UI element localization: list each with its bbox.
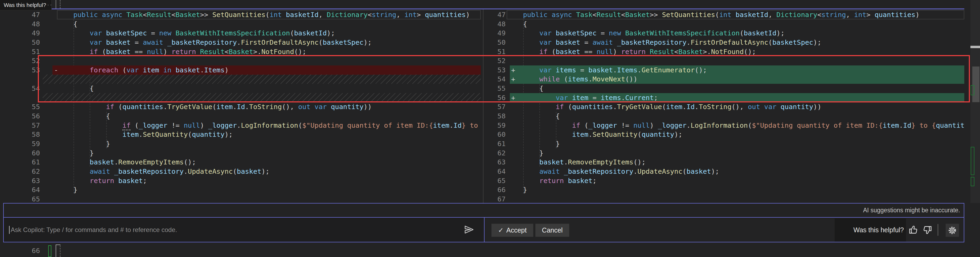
line-number: 67 [485, 195, 506, 204]
code-text: } [507, 148, 543, 158]
code-text: await _basketRepository.UpdateAsync(bask… [507, 167, 719, 176]
code-line[interactable]: 59 } [0, 139, 481, 148]
code-line[interactable]: 49 var basketSpec = new BasketWithItemsS… [485, 29, 964, 38]
cancel-label: Cancel [542, 227, 563, 234]
code-text: if (_logger != null) _logger.LogInformat… [57, 121, 481, 130]
code-line[interactable]: 55 if (quantities.TryGetValue(item.Id.To… [0, 102, 481, 111]
code-line[interactable]: 62 await _basketRepository.UpdateAsync(b… [0, 167, 481, 176]
code-text: { [507, 84, 543, 93]
thumbs-down-icon[interactable] [50, 2, 51, 8]
code-line[interactable] [0, 75, 481, 84]
code-line[interactable]: 57 if (quantities.TryGetValue(item.Id.To… [485, 102, 964, 111]
code-line[interactable]: 62 } [485, 148, 964, 158]
widget-edge-line [56, 244, 56, 257]
code-line[interactable]: 47 public async Task<Result<Basket>> Set… [0, 10, 481, 19]
toolbar-separator [938, 224, 938, 236]
line-number: 52 [0, 56, 40, 65]
code-line[interactable]: 49 var basketSpec = new BasketWithItemsS… [0, 29, 481, 38]
code-line[interactable]: 54+ while (items.MoveNext()) [485, 75, 964, 84]
accept-label: Accept [506, 227, 527, 234]
scrollbar-thumb[interactable] [972, 67, 980, 102]
code-text: } [507, 139, 560, 148]
code-line[interactable]: 58 { [485, 111, 964, 121]
code-line[interactable]: 55 { [485, 84, 964, 93]
code-text: } [507, 185, 527, 195]
code-line[interactable]: 50 var basket = await _basketRepository.… [485, 38, 964, 47]
code-line[interactable]: 54 { [0, 84, 481, 93]
line-number: 48 [0, 19, 40, 29]
code-line[interactable]: 63 return basket; [0, 176, 481, 186]
widget-edge-line [56, 244, 60, 245]
code-line[interactable]: 52 [0, 56, 481, 65]
code-line[interactable]: 58 item.SetQuantity(quantity); [0, 130, 481, 139]
diff-filler-hatch [43, 93, 481, 102]
line-number: 47 [0, 10, 40, 19]
thumbs-up-icon[interactable] [48, 2, 49, 8]
widget-actions: ✓ Accept Cancel Was this helpful? [485, 217, 964, 242]
code-text: foreach (var item in basket.Items) [57, 65, 229, 75]
code-line[interactable]: 61 basket.RemoveEmptyItems(); [0, 157, 481, 167]
code-line[interactable]: 50 var basket = await _basketRepository.… [0, 38, 481, 47]
overview-added-marker [971, 177, 974, 186]
code-text: if (basket == null) return Result<Basket… [507, 47, 756, 56]
code-line[interactable]: 51 if (basket == null) return Result<Bas… [485, 47, 964, 56]
code-line[interactable]: 61 } [485, 139, 964, 148]
code-line[interactable]: 53+ var items = basket.Items.GetEnumerat… [485, 65, 964, 75]
copilot-inline-chat-widget: AI suggestions might be inaccurate. Ask … [3, 203, 964, 243]
line-number: 52 [485, 56, 506, 65]
code-line[interactable]: 52 [485, 56, 964, 65]
line-number: 51 [485, 47, 506, 56]
line-number: 63 [0, 176, 40, 186]
code-line[interactable]: 57 if (_logger != null) _logger.LogInfor… [0, 121, 481, 130]
code-line[interactable]: 65 return basket; [485, 176, 964, 186]
line-number: 47 [485, 10, 506, 19]
code-line[interactable]: 64 } [0, 185, 481, 195]
diff-editor-original[interactable]: 47 public async Task<Result<Basket>> Set… [0, 10, 481, 204]
line-number: 50 [0, 38, 40, 47]
accept-button[interactable]: ✓ Accept [492, 224, 533, 237]
line-number: 59 [0, 139, 40, 148]
line-number: 55 [0, 102, 40, 111]
code-line[interactable] [0, 93, 481, 102]
code-text: } [57, 185, 78, 195]
code-line[interactable]: 56+ var item = items.Current; [485, 93, 964, 102]
code-line[interactable]: 60 item.SetQuantity(quantity); [485, 130, 964, 139]
code-line[interactable]: 65 [0, 195, 481, 204]
code-line[interactable]: 47 public async Task<Result<Basket>> Set… [485, 10, 964, 19]
thumbs-up-icon[interactable] [908, 225, 918, 235]
line-number: 49 [0, 29, 40, 38]
code-line[interactable]: 67 [485, 195, 964, 204]
code-line[interactable]: 64 await _basketRepository.UpdateAsync(b… [485, 167, 964, 176]
diff-editor-modified[interactable]: 47 public async Task<Result<Basket>> Set… [485, 10, 964, 204]
vscode-diff-inline-chat: Was this helpful? 47 public async Task<R… [0, 0, 980, 257]
code-line[interactable]: 48 { [485, 19, 964, 29]
line-number: 65 [485, 176, 506, 186]
code-line[interactable]: 59 if (_logger != null) _logger.LogInfor… [485, 121, 964, 130]
overview-added-marker [971, 85, 974, 95]
code-line[interactable]: 48 { [0, 19, 481, 29]
code-line[interactable]: 60 } [0, 148, 481, 158]
copilot-input[interactable]: Ask Copilot: Type / for commands and # t… [4, 217, 485, 242]
send-icon[interactable] [464, 224, 474, 235]
code-text: public async Task<Result<Basket>> SetQua… [507, 10, 920, 19]
code-line[interactable]: 56 { [0, 111, 481, 121]
line-number: 56 [485, 93, 506, 102]
editor-sash[interactable] [483, 9, 484, 203]
line-number: 64 [0, 185, 40, 195]
line-number: 53 [0, 65, 40, 75]
indent-guide [60, 245, 60, 257]
code-text: var basket = await _basketRepository.Fir… [57, 38, 372, 47]
settings-button[interactable] [946, 224, 959, 237]
widget-edge-line [56, 0, 56, 8]
feedback-group: Was this helpful? [835, 219, 906, 241]
line-number: 56 [0, 111, 40, 121]
code-line[interactable]: 53- foreach (var item in basket.Items) [0, 65, 481, 75]
code-line[interactable]: 51 if (basket == null) return Result<Bas… [0, 47, 481, 56]
cancel-button[interactable]: Cancel [535, 224, 569, 237]
line-number: 49 [485, 29, 506, 38]
thumbs-down-icon[interactable] [922, 225, 932, 235]
line-number: 60 [485, 130, 506, 139]
code-line[interactable]: 66 } [485, 185, 964, 195]
code-line[interactable]: 63 basket.RemoveEmptyItems(); [485, 157, 964, 167]
previous-feedback-bar: Was this helpful? [0, 0, 52, 10]
